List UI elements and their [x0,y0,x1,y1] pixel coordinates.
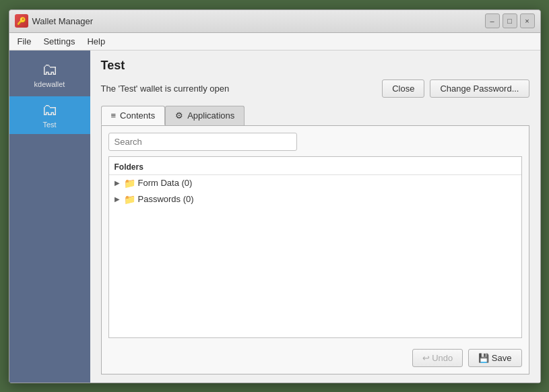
save-button[interactable]: 💾 Save [468,349,521,367]
tab-panel: Folders ▶ 📁 Form Data (0) ▶ 📁 Passwords … [101,125,529,374]
title-bar-controls: – □ × [485,13,535,28]
sidebar-item-kdewallet[interactable]: 🗂 kdewallet [9,56,90,94]
main-area: 🗂 kdewallet 🗂 Test Test The 'Test' walle… [9,51,540,383]
folder-icon-1: 📁 [124,178,135,189]
wallet-title: Test [101,59,529,73]
folders-header: Folders [109,160,521,175]
window-title: Wallet Manager [32,16,94,26]
sidebar: 🗂 kdewallet 🗂 Test [9,51,90,383]
folder-icon-2: 📁 [124,194,135,205]
minimize-button[interactable]: – [485,13,500,28]
search-input[interactable] [108,133,297,151]
folder-form-data[interactable]: ▶ 📁 Form Data (0) [109,175,521,191]
folder-passwords[interactable]: ▶ 📁 Passwords (0) [109,191,521,207]
close-wallet-button[interactable]: Close [382,79,424,98]
undo-icon: ↩ [422,353,432,363]
menu-settings[interactable]: Settings [38,34,80,48]
sidebar-kdewallet-label: kdewallet [34,80,65,88]
sidebar-item-test[interactable]: 🗂 Test [9,96,90,134]
folders-panel: Folders ▶ 📁 Form Data (0) ▶ 📁 Passwords … [108,156,522,338]
undo-button[interactable]: ↩ Undo [412,349,463,367]
menu-help[interactable]: Help [82,34,110,48]
folder-name-1: Form Data (0) [138,178,193,188]
title-bar-left: 🔑 Wallet Manager [15,14,94,28]
folder-name-2: Passwords (0) [138,194,194,204]
applications-tab-icon: ⚙ [175,110,183,121]
save-icon: 💾 [478,353,492,363]
folder-arrow-1: ▶ [115,179,121,187]
contents-tab-icon: ≡ [111,110,117,121]
bottom-buttons: ↩ Undo 💾 Save [108,349,522,367]
header-buttons: Close Change Password... [382,79,529,98]
title-bar: 🔑 Wallet Manager – □ × [9,10,540,33]
menu-file[interactable]: File [12,34,37,48]
content-area: Test The 'Test' wallet is currently open… [90,51,540,383]
change-password-button[interactable]: Change Password... [430,79,529,98]
folder-arrow-2: ▶ [115,195,121,203]
tabs: ≡ Contents ⚙ Applications [101,106,529,125]
contents-tab-label: Contents [120,110,155,121]
wallet-header: The 'Test' wallet is currently open Clos… [101,79,529,98]
app-icon: 🔑 [15,14,28,28]
menubar: File Settings Help [9,33,540,51]
tab-contents[interactable]: ≡ Contents [101,106,166,125]
test-icon: 🗂 [42,102,58,118]
sidebar-test-label: Test [42,121,56,129]
close-window-button[interactable]: × [520,13,535,28]
maximize-button[interactable]: □ [503,13,517,28]
tab-applications[interactable]: ⚙ Applications [165,106,245,125]
kdewallet-icon: 🗂 [42,61,58,77]
applications-tab-label: Applications [187,110,234,121]
wallet-status: The 'Test' wallet is currently open [101,84,230,94]
main-window: 🔑 Wallet Manager – □ × File Settings Hel… [9,9,541,383]
